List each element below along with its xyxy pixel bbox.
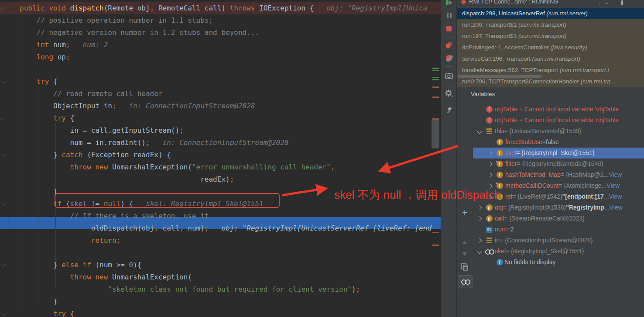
thread-selector[interactable]: RMI TCP Conne...time' : RUNNING ⌄ ▮ <box>457 0 644 8</box>
chevron-down-icon[interactable]: ⌄ <box>604 0 609 5</box>
variable-row[interactable]: this = {UnicastServerRef@1539} <box>473 126 644 137</box>
code-line[interactable]: // negative version number in 1.2 stubs … <box>20 27 259 39</box>
tree-chevron-icon[interactable] <box>475 130 484 133</box>
variable-row[interactable]: !objTable = Cannot find local variable '… <box>473 115 644 126</box>
variable-value: "[endpoint:[17 <box>562 191 604 202</box>
variable-row[interactable]: iNo fields to display <box>473 257 644 268</box>
variable-row[interactable]: fforceStubUse = false <box>473 137 644 148</box>
stop-button[interactable] <box>443 24 455 34</box>
variable-row[interactable]: 01num = 2 <box>473 224 644 235</box>
tree-chevron-icon[interactable] <box>475 206 484 210</box>
field-icon: f <box>495 139 504 145</box>
fold-marker-icon[interactable] <box>0 200 6 206</box>
settings-button[interactable] <box>443 88 455 99</box>
variables-tab[interactable]: Variables <box>457 87 644 102</box>
variable-row[interactable]: skel = {RegistryImpl_Skel@1551} <box>473 246 644 257</box>
code-line[interactable]: return; <box>20 234 120 247</box>
variable-name: ref <box>505 191 512 202</box>
view-link[interactable]: View <box>609 169 622 180</box>
code-line[interactable]: // read remote call header <box>20 88 163 100</box>
code-line[interactable]: } catch (Exception readEx) { <box>20 149 171 161</box>
code-line[interactable]: // If there is a skeleton, use it <box>20 210 209 222</box>
view-link[interactable]: View <box>610 202 623 213</box>
frame-row[interactable]: run:200, Transport$1 (sun.rmi.transport) <box>457 19 644 31</box>
code-line[interactable]: } else if (num >= 0){ <box>20 259 141 271</box>
mute-breakpoints-button[interactable] <box>443 53 455 63</box>
code-token: UnmarshalException( <box>108 163 192 171</box>
pin-button[interactable] <box>443 105 455 116</box>
variable-row[interactable]: fhashToMethod_Map = {HashMap@2... View <box>473 169 644 180</box>
fold-marker-icon[interactable] <box>0 115 6 121</box>
variable-value: = {RegistryImpl$lambda@1540} <box>517 158 603 169</box>
code-line[interactable]: public void dispatch(Remote obj, RemoteC… <box>20 2 427 14</box>
tree-chevron-icon[interactable] <box>485 173 495 177</box>
code-line[interactable]: throw new UnmarshalException( <box>20 271 192 283</box>
frame-package: (sun.rmi.transport.t <box>560 67 609 73</box>
code-token: ; <box>205 224 209 232</box>
duplicate-button[interactable] <box>458 261 471 272</box>
fold-marker-icon[interactable] <box>0 78 6 84</box>
show-watches-button[interactable] <box>458 275 473 288</box>
frames-horizontal-scrollbar[interactable] <box>458 75 541 78</box>
toolbar-separator <box>445 86 453 86</box>
code-line[interactable]: long op; <box>20 51 70 63</box>
frame-row[interactable]: doPrivileged:-1, AccessController (java.… <box>457 42 644 53</box>
fold-marker-icon[interactable] <box>0 310 6 316</box>
pause-button[interactable] <box>443 10 455 21</box>
view-breakpoints-button[interactable] <box>443 40 455 50</box>
code-line[interactable]: } <box>20 186 58 198</box>
code-line[interactable]: ObjectInput in; in: ConnectionInputStrea… <box>20 100 255 112</box>
variable-row[interactable]: in = {ConnectionInputStream@2028} <box>473 235 644 246</box>
code-line[interactable]: in = call.getInputStream(); <box>20 124 184 137</box>
code-editor[interactable]: public void dispatch(Remote obj, RemoteC… <box>0 0 441 317</box>
view-link[interactable]: View <box>606 180 620 191</box>
code-line[interactable]: int num; num: 2 <box>20 39 108 51</box>
variable-name: this <box>495 126 504 137</box>
variable-row[interactable]: fskel = {RegistryImpl_Skel@1551} <box>473 148 644 158</box>
code-line[interactable]: num = in.readInt(); in: ConnectionInputS… <box>20 137 289 149</box>
view-link[interactable]: View <box>609 191 622 202</box>
variable-value: = {RegistryImpl_Skel@1551} <box>506 246 584 257</box>
variable-row[interactable]: !objTable = Cannot find local variable '… <box>473 104 644 115</box>
thread-label: RMI TCP Conne...time' : RUNNING <box>469 0 558 7</box>
debugger-toolbar <box>441 0 457 317</box>
code-line[interactable]: throw new UnmarshalException("error unma… <box>20 161 335 173</box>
code-line[interactable]: } <box>20 296 58 308</box>
code-line[interactable]: try { <box>20 112 74 124</box>
variable-row[interactable]: pcall = {StreamRemoteCall@2023} <box>473 213 644 224</box>
remove-watch-button[interactable]: − <box>458 222 471 234</box>
move-up-button[interactable] <box>458 237 471 248</box>
thread-dump-button[interactable] <box>443 70 455 81</box>
code-line[interactable]: "skeleton class not found but required f… <box>20 283 360 296</box>
frame-package: (sun.rmi.transport) <box>518 21 566 28</box>
variable-row[interactable]: pobj = {RegistryImpl@1538} "RegistryImp.… <box>473 202 644 213</box>
watch-icon <box>484 249 494 254</box>
variable-name: filter <box>505 158 517 169</box>
frame-row[interactable]: run:197, Transport$1 (sun.rmi.transport) <box>457 31 644 42</box>
variable-row[interactable]: ffilter = {RegistryImpl$lambda@1540} <box>473 158 644 169</box>
tree-chevron-icon[interactable] <box>475 217 484 221</box>
code-line[interactable]: try { <box>20 76 58 88</box>
resume-button[interactable] <box>443 0 455 8</box>
tree-chevron-icon[interactable] <box>475 239 484 242</box>
code-line[interactable]: readEx); <box>20 173 234 186</box>
move-down-button[interactable] <box>458 248 471 260</box>
fold-marker-icon[interactable] <box>0 152 6 157</box>
add-watch-button[interactable]: + <box>458 207 471 218</box>
inline-debugger-hint: obj: "RegistryImpl[UnicastServerRef [liv… <box>209 224 432 232</box>
frame-row[interactable]: dispatch:298, UnicastServerRef (sun.rmi.… <box>457 8 644 19</box>
tree-chevron-icon[interactable] <box>475 250 484 253</box>
tree-chevron-icon[interactable] <box>485 152 495 155</box>
code-token: readEx) <box>200 175 230 183</box>
code-token: throw new <box>70 163 108 171</box>
tree-chevron-icon[interactable] <box>485 162 495 166</box>
code-line[interactable]: // positive operation number in 1.1 stub… <box>20 14 213 27</box>
editor-scrollbar-thumb[interactable] <box>432 120 439 148</box>
pin-icon[interactable]: ▮ <box>620 0 623 5</box>
frame-row[interactable]: serviceCall:196, Transport (sun.rmi.tran… <box>457 53 644 65</box>
code-line[interactable]: try { <box>20 308 74 317</box>
variable-name: skel <box>495 246 506 257</box>
code-line[interactable]: oldDispatch(obj, call, num); obj: "Regis… <box>20 222 432 234</box>
fold-marker-icon[interactable] <box>0 262 6 267</box>
parameter-icon: p <box>484 204 494 211</box>
